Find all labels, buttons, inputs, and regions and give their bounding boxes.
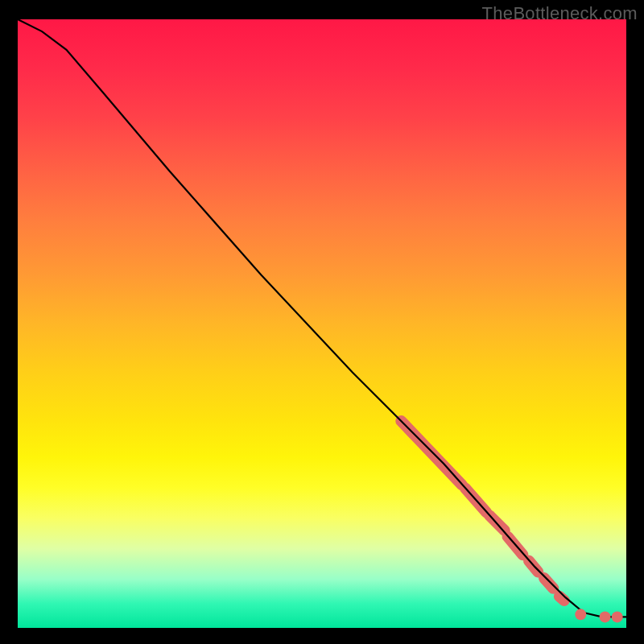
chart-overlay (18, 19, 626, 628)
plot-area (18, 19, 626, 628)
marker-dot (600, 611, 611, 622)
curve-line (18, 19, 626, 617)
marker-dot (612, 611, 623, 622)
marker-segment (559, 597, 564, 601)
marker-layer (401, 421, 564, 601)
marker-dot (575, 609, 586, 620)
watermark-text: TheBottleneck.com (482, 3, 638, 24)
